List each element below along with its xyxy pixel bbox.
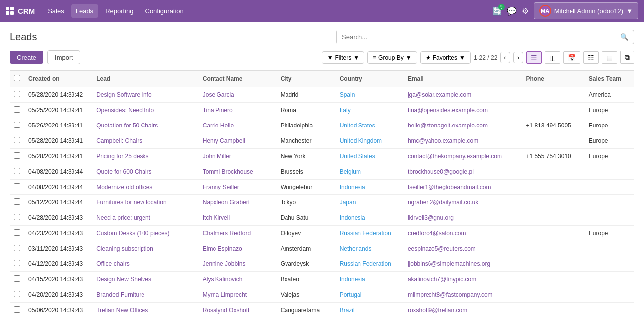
select-all-checkbox[interactable] xyxy=(14,75,20,81)
cell-email[interactable]: tbrockhouse0@google.pl xyxy=(404,164,522,180)
table-row[interactable]: 04/28/2020 14:39:43 Need a price: urgent… xyxy=(10,210,634,226)
header-email[interactable]: Email xyxy=(404,71,522,87)
cell-email[interactable]: ikirvell3@gnu.org xyxy=(404,210,522,226)
lead-link[interactable]: Opensides: Need Info xyxy=(96,107,154,114)
row-checkbox[interactable] xyxy=(14,168,20,174)
row-checkbox-cell[interactable] xyxy=(10,118,24,133)
table-row[interactable]: 03/11/2020 14:39:43 Cleaning subscriptio… xyxy=(10,241,634,256)
favorites-button[interactable]: ★ Favorites ▼ xyxy=(420,51,471,64)
email-link[interactable]: jga@solar.example.com xyxy=(408,91,471,98)
table-row[interactable]: 04/08/2020 14:39:44 Modernize old office… xyxy=(10,180,634,195)
prev-page-button[interactable]: ‹ xyxy=(500,52,510,63)
lead-link[interactable]: Furnitures for new location xyxy=(96,199,166,206)
header-sales-team[interactable]: Sales Team xyxy=(585,71,634,87)
row-checkbox-cell[interactable] xyxy=(10,133,24,149)
cell-email[interactable]: mlimprecht8@fastcompany.com xyxy=(404,287,522,303)
notifications-button[interactable]: 🔄 9 xyxy=(492,6,502,16)
row-checkbox-cell[interactable] xyxy=(10,164,24,180)
row-checkbox[interactable] xyxy=(14,152,20,159)
cell-email[interactable]: ngrabert2@dailymail.co.uk xyxy=(404,195,522,210)
search-button[interactable]: 🔍 xyxy=(615,30,634,44)
row-checkbox[interactable] xyxy=(14,106,20,113)
cell-lead[interactable]: Modernize old offices xyxy=(92,180,199,195)
cell-lead[interactable]: Custom Desks (100 pieces) xyxy=(92,226,199,241)
lead-link[interactable]: Need a price: urgent xyxy=(96,214,150,221)
create-button[interactable]: Create xyxy=(10,51,43,64)
lead-link[interactable]: Quotation for 50 Chairs xyxy=(96,122,158,129)
cell-email[interactable]: jga@solar.example.com xyxy=(404,87,522,103)
filters-button[interactable]: ▼ Filters ▼ xyxy=(322,51,364,64)
graph-view-button[interactable]: ▤ xyxy=(602,51,617,64)
header-created-on[interactable]: Created on xyxy=(24,71,92,87)
email-link[interactable]: helle@stonageit.example.com xyxy=(408,122,488,129)
lead-link[interactable]: Modernize old offices xyxy=(96,184,152,190)
row-checkbox[interactable] xyxy=(14,183,20,189)
row-checkbox-cell[interactable] xyxy=(10,241,24,256)
header-lead[interactable]: Lead xyxy=(92,71,199,87)
header-phone[interactable]: Phone xyxy=(522,71,584,87)
row-checkbox[interactable] xyxy=(14,91,20,97)
email-link[interactable]: akalinovich7@tinypic.com xyxy=(408,276,476,283)
select-all-header[interactable] xyxy=(10,71,24,87)
row-checkbox-cell[interactable] xyxy=(10,226,24,241)
lead-link[interactable]: Custom Desks (100 pieces) xyxy=(96,230,169,237)
row-checkbox[interactable] xyxy=(14,306,20,313)
table-row[interactable]: 05/28/2020 14:39:42 Design Software Info… xyxy=(10,87,634,103)
cell-lead[interactable]: Quote for 600 Chairs xyxy=(92,164,199,180)
row-checkbox[interactable] xyxy=(14,198,20,205)
table-row[interactable]: 04/23/2020 14:39:43 Custom Desks (100 pi… xyxy=(10,226,634,241)
email-link[interactable]: hmc@yahoo.example.com xyxy=(408,137,478,144)
row-checkbox-cell[interactable] xyxy=(10,287,24,303)
user-menu-button[interactable]: MA Mitchell Admin (odoo12) ▼ xyxy=(534,2,638,19)
calendar-view-button[interactable]: 📅 xyxy=(563,51,580,64)
row-checkbox[interactable] xyxy=(14,214,20,220)
nav-sales[interactable]: Sales xyxy=(43,4,69,18)
activity-view-button[interactable]: ⧉ xyxy=(620,51,634,64)
kanban-view-button[interactable]: ◫ xyxy=(545,51,560,64)
row-checkbox-cell[interactable] xyxy=(10,256,24,272)
settings-button[interactable]: ⚙ xyxy=(522,6,529,16)
row-checkbox[interactable] xyxy=(14,275,20,282)
app-logo[interactable]: CRM xyxy=(6,7,35,15)
cell-email[interactable]: credford4@salon.com xyxy=(404,226,522,241)
email-link[interactable]: eespinazo5@reuters.com xyxy=(408,245,476,252)
table-row[interactable]: 04/12/2020 14:39:43 Office chairs Jennin… xyxy=(10,256,634,272)
lead-link[interactable]: Campbell: Chairs xyxy=(96,137,142,144)
nav-leads[interactable]: Leads xyxy=(71,4,98,18)
lead-link[interactable]: Cleaning subscription xyxy=(96,245,153,252)
table-row[interactable]: 05/26/2020 14:39:41 Quotation for 50 Cha… xyxy=(10,118,634,133)
row-checkbox-cell[interactable] xyxy=(10,210,24,226)
cell-lead[interactable]: Office chairs xyxy=(92,256,199,272)
cell-lead[interactable]: Cleaning subscription xyxy=(92,241,199,256)
cell-email[interactable]: fseiller1@theglobeandmail.com xyxy=(404,180,522,195)
cell-email[interactable]: tina@opensides.example.com xyxy=(404,103,522,118)
row-checkbox-cell[interactable] xyxy=(10,303,24,315)
nav-reporting[interactable]: Reporting xyxy=(100,4,138,18)
cell-email[interactable]: roxshott9@trelian.com xyxy=(404,303,522,315)
row-checkbox-cell[interactable] xyxy=(10,87,24,103)
row-checkbox-cell[interactable] xyxy=(10,103,24,118)
cell-lead[interactable]: Design Software Info xyxy=(92,87,199,103)
email-link[interactable]: tbrockhouse0@google.pl xyxy=(408,168,474,175)
cell-lead[interactable]: Opensides: Need Info xyxy=(92,103,199,118)
cell-lead[interactable]: Branded Furniture xyxy=(92,287,199,303)
table-row[interactable]: 05/28/2020 14:39:41 Campbell: Chairs Hen… xyxy=(10,133,634,149)
table-row[interactable]: 04/15/2020 14:39:43 Design New Shelves A… xyxy=(10,272,634,287)
header-country[interactable]: Country xyxy=(336,71,404,87)
lead-link[interactable]: Trelian New Offices xyxy=(96,307,148,314)
groupby-button[interactable]: ≡ Group By ▼ xyxy=(367,51,417,64)
header-city[interactable]: City xyxy=(277,71,336,87)
table-row[interactable]: 05/06/2020 14:39:43 Trelian New Offices … xyxy=(10,303,634,315)
email-link[interactable]: roxshott9@trelian.com xyxy=(408,307,467,314)
row-checkbox[interactable] xyxy=(14,260,20,266)
pivot-view-button[interactable]: ☷ xyxy=(583,51,599,64)
lead-link[interactable]: Pricing for 25 desks xyxy=(96,153,148,160)
header-contact-name[interactable]: Contact Name xyxy=(199,71,277,87)
table-row[interactable]: 04/08/2020 14:39:44 Quote for 600 Chairs… xyxy=(10,164,634,180)
cell-email[interactable]: jjobbins6@simplemachines.org xyxy=(404,256,522,272)
cell-email[interactable]: helle@stonageit.example.com xyxy=(404,118,522,133)
row-checkbox-cell[interactable] xyxy=(10,180,24,195)
row-checkbox[interactable] xyxy=(14,291,20,297)
row-checkbox[interactable] xyxy=(14,122,20,128)
cell-lead[interactable]: Pricing for 25 desks xyxy=(92,149,199,164)
